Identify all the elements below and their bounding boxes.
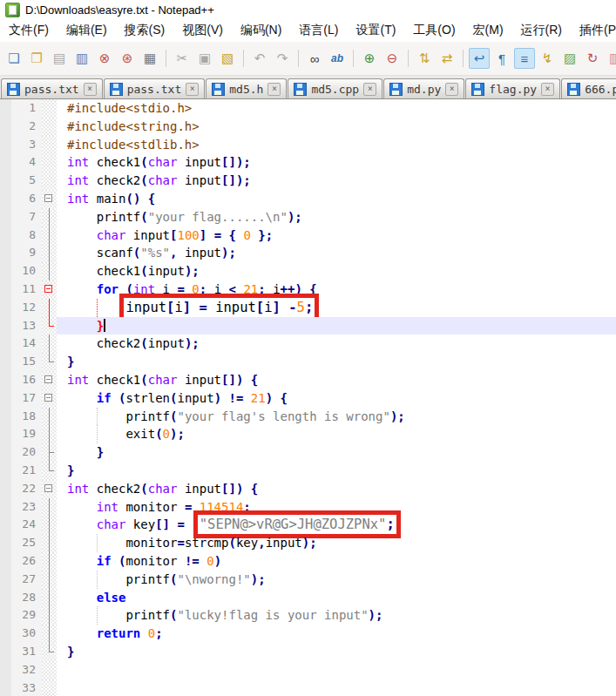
fold-marker[interactable] [42,480,57,498]
code-text[interactable]: monitor=strcmp(key,input); [57,534,616,552]
bookmark-margin[interactable] [0,172,11,190]
code-text[interactable]: } [57,643,616,661]
bookmark-margin[interactable] [0,190,11,208]
word-wrap-icon[interactable]: ↩ [469,48,490,69]
tab-md5.cpp[interactable]: md5.cpp× [288,78,382,98]
fold-marker[interactable] [42,262,57,280]
fold-marker[interactable] [42,643,57,661]
bookmark-margin[interactable] [0,408,11,426]
close-all-icon[interactable]: ⊛ [117,48,138,69]
bookmark-margin[interactable] [0,480,11,498]
bookmark-margin[interactable] [0,552,11,571]
bookmark-margin[interactable] [0,679,11,696]
code-text[interactable]: int check1(char input[]); [57,153,616,172]
bookmark-margin[interactable] [0,389,11,408]
fold-marker[interactable] [42,498,57,517]
fold-marker[interactable] [42,190,57,208]
bookmark-margin[interactable] [0,643,11,661]
fold-marker[interactable] [42,280,57,299]
code-text[interactable]: #include<stdio.h> [57,99,616,118]
code-text[interactable]: check1(input); [57,262,616,280]
monitoring-icon[interactable]: ▥ [605,48,616,69]
bookmark-margin[interactable] [0,280,11,299]
bookmark-margin[interactable] [0,625,11,643]
tab-close-icon[interactable]: × [186,83,199,96]
bookmark-margin[interactable] [0,244,11,262]
bookmark-margin[interactable] [0,516,11,534]
close-icon[interactable]: ⊗ [94,48,115,69]
code-text[interactable] [57,661,616,679]
fold-marker[interactable] [42,516,57,534]
code-text[interactable]: } [57,443,616,462]
code-text[interactable]: } [57,317,616,335]
menu-item-插件[interactable]: 插件(P) [571,20,616,41]
code-text[interactable]: check2(input); [57,334,616,353]
fold-marker[interactable] [42,299,57,317]
tab-md5.h[interactable]: md5.h× [206,78,287,98]
menu-item-语言[interactable]: 语言(L) [290,20,347,41]
code-text[interactable]: scanf("%s", input); [57,244,616,262]
bookmark-margin[interactable] [0,153,11,172]
code-text[interactable]: int check2(char input[]); [57,172,616,190]
show-all-characters-icon[interactable]: ¶ [491,48,512,69]
bookmark-margin[interactable] [0,498,11,517]
code-text[interactable]: for (int i = 0; i < 21; i++) { [57,280,616,299]
menu-item-设置[interactable]: 设置(T) [347,20,404,41]
sync-vertical-icon[interactable]: ⇅ [414,48,435,69]
menu-item-视图[interactable]: 视图(V) [173,20,232,41]
sync-horizontal-icon[interactable]: ⇄ [437,48,457,69]
code-text[interactable]: char input[100] = { 0 }; [57,226,616,245]
fold-marker[interactable] [42,317,57,335]
fold-marker[interactable] [42,571,57,589]
fold-marker[interactable] [42,534,57,552]
bookmark-margin[interactable] [0,299,11,317]
bookmark-margin[interactable] [0,425,11,443]
zoom-in-icon[interactable]: ⊕ [359,48,380,69]
tab-pass.txt[interactable]: pass.txt× [104,78,206,98]
doc-switcher-icon[interactable]: ↻ [582,48,603,69]
fold-marker[interactable] [42,606,57,625]
code-text[interactable]: exit(0); [57,425,616,443]
bookmark-margin[interactable] [0,99,11,118]
bookmark-margin[interactable] [0,334,11,353]
code-text[interactable]: char key[] = "SEPN@>vR@G>JH@ZOJZPNx"; [57,516,616,534]
tab-close-icon[interactable]: × [541,83,554,96]
document-map-icon[interactable]: ▨ [559,48,580,69]
code-text[interactable]: int check1(char input[]) { [57,371,616,389]
code-text[interactable]: int check2(char input[]) { [57,480,616,498]
bookmark-margin[interactable] [0,606,11,625]
code-text[interactable]: int main() { [57,190,616,208]
code-text[interactable]: #include<string.h> [57,118,616,136]
print-icon[interactable]: ▦ [139,48,160,69]
code-text[interactable]: else [57,589,616,607]
menu-item-编辑[interactable]: 编辑(E) [58,20,116,41]
code-text[interactable]: input[i] = input[i] -5; [57,299,616,317]
fold-marker[interactable] [42,408,57,426]
fold-marker[interactable] [42,244,57,262]
menu-item-工具[interactable]: 工具(O) [404,20,464,41]
code-text[interactable]: if (monitor != 0) [57,552,616,571]
fold-marker[interactable] [42,353,57,371]
code-text[interactable]: int monitor = 114514; [57,498,616,517]
code-text[interactable]: printf("your flag's length is wrong"); [57,408,616,426]
fold-marker[interactable] [42,443,57,462]
function-list-icon[interactable]: ↯ [537,48,558,69]
bookmark-margin[interactable] [0,661,11,679]
code-editor[interactable]: 1#include<stdio.h>2#include<string.h>3#i… [0,99,616,696]
fold-marker[interactable] [42,589,57,607]
save-all-icon[interactable]: ▥ [71,48,92,69]
bookmark-margin[interactable] [0,353,11,371]
fold-marker[interactable] [42,625,57,643]
tab-666.py[interactable]: 666.py× [561,78,616,98]
fold-marker[interactable] [42,334,57,353]
tab-md.py[interactable]: md.py× [383,78,464,98]
fold-marker[interactable] [42,371,57,389]
new-file-icon[interactable]: ❏ [3,48,24,69]
code-text[interactable]: } [57,353,616,371]
fold-marker[interactable] [42,226,57,245]
bookmark-margin[interactable] [0,371,11,389]
menu-item-搜索[interactable]: 搜索(S) [116,20,174,41]
code-text[interactable]: if (strlen(input) != 21) { [57,389,616,408]
menu-item-编码[interactable]: 编码(N) [232,20,290,41]
tab-close-icon[interactable]: × [445,83,458,96]
